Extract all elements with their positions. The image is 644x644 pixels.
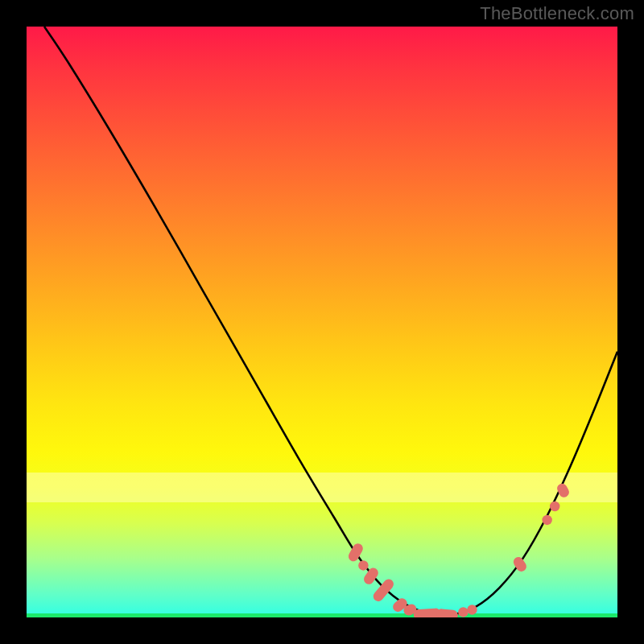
svg-point-8 bbox=[458, 607, 468, 617]
plot-area bbox=[27, 27, 617, 617]
data-markers bbox=[347, 481, 572, 617]
svg-point-11 bbox=[542, 515, 551, 525]
svg-rect-3 bbox=[371, 577, 395, 604]
svg-rect-7 bbox=[436, 609, 459, 617]
svg-point-1 bbox=[358, 560, 368, 570]
svg-rect-0 bbox=[347, 542, 365, 564]
attribution-text: TheBottleneck.com bbox=[480, 3, 634, 24]
svg-point-12 bbox=[550, 502, 559, 511]
svg-point-9 bbox=[467, 605, 477, 614]
curve-svg bbox=[27, 27, 617, 617]
bottleneck-curve bbox=[44, 27, 617, 615]
